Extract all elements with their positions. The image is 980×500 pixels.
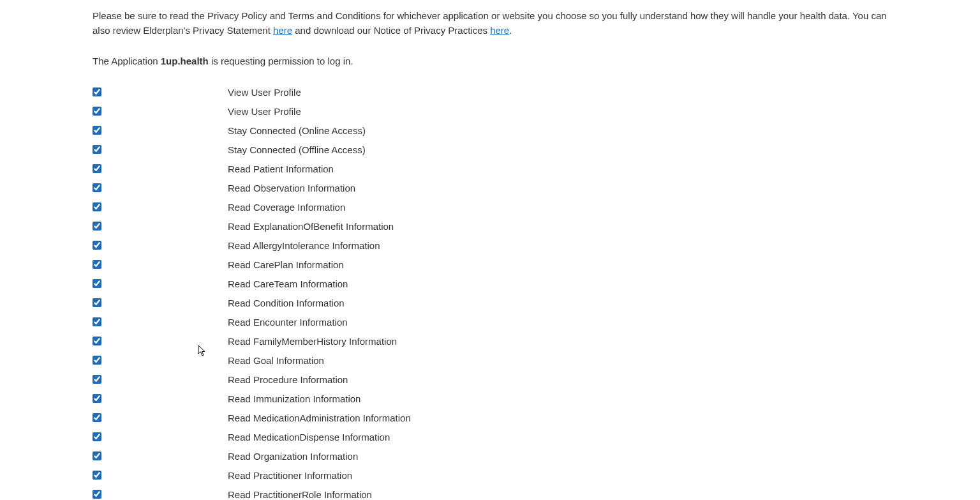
permission-row: Read Observation Information xyxy=(93,180,887,195)
permission-label: Read Practitioner Information xyxy=(228,470,352,481)
permission-row: Read CarePlan Information xyxy=(93,257,887,272)
request-line: The Application 1up.health is requesting… xyxy=(93,56,887,66)
permission-checkbox[interactable] xyxy=(93,317,101,326)
permission-row: Read FamilyMemberHistory Information xyxy=(93,333,887,349)
permission-row: Read Goal Information xyxy=(93,352,887,368)
permission-checkbox[interactable] xyxy=(93,375,101,384)
permission-label: Read Immunization Information xyxy=(228,393,360,404)
permission-checkbox[interactable] xyxy=(93,394,101,403)
permission-checkbox[interactable] xyxy=(93,413,101,422)
permission-row: Read AllergyIntolerance Information xyxy=(93,238,887,253)
permission-row: Read Coverage Information xyxy=(93,199,887,215)
request-suffix: is requesting permission to log in. xyxy=(209,56,353,66)
permission-label: Read Procedure Information xyxy=(228,374,348,385)
permission-row: Read ExplanationOfBenefit Information xyxy=(93,218,887,234)
permission-label: Read MedicationAdministration Informatio… xyxy=(228,413,411,423)
permission-label: Read FamilyMemberHistory Information xyxy=(228,336,397,347)
permission-label: Read CarePlan Information xyxy=(228,259,344,270)
permission-row: Read MedicationDispense Information xyxy=(93,429,887,444)
permission-row: View User Profile xyxy=(93,84,887,100)
permission-checkbox[interactable] xyxy=(93,490,101,499)
permission-row: Read Encounter Information xyxy=(93,314,887,330)
permission-row: View User Profile xyxy=(93,103,887,119)
permission-label: Read AllergyIntolerance Information xyxy=(228,240,380,251)
permission-row: Stay Connected (Offline Access) xyxy=(93,142,887,157)
permission-label: View User Profile xyxy=(228,106,301,117)
permission-checkbox[interactable] xyxy=(93,260,101,269)
permission-checkbox[interactable] xyxy=(93,279,101,288)
permission-checkbox[interactable] xyxy=(93,202,101,211)
privacy-practices-link[interactable]: here xyxy=(490,25,509,36)
permission-row: Read Procedure Information xyxy=(93,372,887,387)
permission-label: Read Patient Information xyxy=(228,163,334,174)
permission-label: Read MedicationDispense Information xyxy=(228,432,390,443)
permission-checkbox[interactable] xyxy=(93,183,101,192)
permission-checkbox[interactable] xyxy=(93,222,101,231)
permission-checkbox[interactable] xyxy=(93,337,101,345)
intro-text-3: . xyxy=(509,25,512,36)
permission-row: Read CareTeam Information xyxy=(93,276,887,291)
permission-checkbox[interactable] xyxy=(93,145,101,154)
app-name: 1up.health xyxy=(161,56,209,66)
permission-label: Read Organization Information xyxy=(228,451,358,462)
permission-label: Stay Connected (Online Access) xyxy=(228,125,366,136)
permission-checkbox[interactable] xyxy=(93,471,101,480)
permission-label: Read ExplanationOfBenefit Information xyxy=(228,221,394,232)
permission-label: Read Encounter Information xyxy=(228,317,348,328)
permission-row: Read Condition Information xyxy=(93,295,887,310)
permission-checkbox[interactable] xyxy=(93,164,101,173)
permission-checkbox[interactable] xyxy=(93,87,101,96)
permission-row: Stay Connected (Online Access) xyxy=(93,123,887,138)
permission-checkbox[interactable] xyxy=(93,356,101,365)
privacy-intro-paragraph: Please be sure to read the Privacy Polic… xyxy=(93,9,887,38)
privacy-statement-link[interactable]: here xyxy=(273,25,292,36)
intro-text-2: and download our Notice of Privacy Pract… xyxy=(292,25,490,36)
permission-label: Read Observation Information xyxy=(228,183,355,193)
permission-row: Read Patient Information xyxy=(93,161,887,176)
permission-label: Read Condition Information xyxy=(228,298,345,308)
permission-checkbox[interactable] xyxy=(93,432,101,441)
permission-row: Read Immunization Information xyxy=(93,391,887,406)
permission-label: Read CareTeam Information xyxy=(228,278,348,289)
permission-label: View User Profile xyxy=(228,87,301,98)
permission-checkbox[interactable] xyxy=(93,298,101,307)
permission-row: Read Organization Information xyxy=(93,448,887,464)
permission-row: Read MedicationAdministration Informatio… xyxy=(93,410,887,425)
permission-row: Read PractitionerRole Information xyxy=(93,487,887,500)
permission-label: Stay Connected (Offline Access) xyxy=(228,144,366,155)
permission-row: Read Practitioner Information xyxy=(93,467,887,483)
permission-checkbox[interactable] xyxy=(93,107,101,116)
permissions-list: View User ProfileView User ProfileStay C… xyxy=(93,84,887,500)
permission-checkbox[interactable] xyxy=(93,451,101,460)
permission-label: Read Coverage Information xyxy=(228,202,345,213)
permission-checkbox[interactable] xyxy=(93,241,101,250)
permission-label: Read PractitionerRole Information xyxy=(228,489,372,500)
request-prefix: The Application xyxy=(93,56,161,66)
permission-checkbox[interactable] xyxy=(93,126,101,135)
permission-label: Read Goal Information xyxy=(228,355,324,366)
